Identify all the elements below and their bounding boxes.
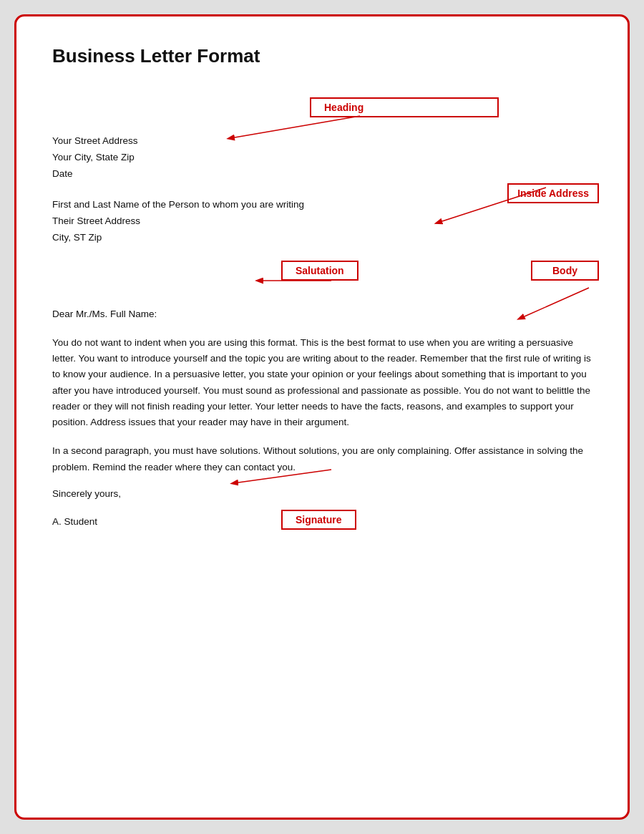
recipient-city-line: City, ST Zip <box>52 230 446 246</box>
page-title: Business Letter Format <box>52 45 592 67</box>
letter-area: Heading Your Street Address Your City, S… <box>52 96 592 527</box>
labels-row: Salutation Body <box>52 259 592 296</box>
street-address-line: Your Street Address <box>52 133 210 150</box>
heading-label: Heading <box>310 97 499 117</box>
heading-address: Your Street Address Your City, State Zip… <box>52 133 210 183</box>
recipient-name-line: First and Last Name of the Person to who… <box>52 197 446 213</box>
heading-label-container: Heading <box>52 96 592 126</box>
date-line: Date <box>52 166 210 183</box>
page-container: Business Letter Format Heading <box>14 14 630 820</box>
salutation-label: Salutation <box>281 261 358 281</box>
signature-label: Signature <box>281 510 356 530</box>
body-label: Body <box>531 261 599 281</box>
inside-address-text: First and Last Name of the Person to who… <box>52 197 446 246</box>
city-state-zip-line: Your City, State Zip <box>52 150 210 166</box>
signature-block: Sincerely yours, Signature A. Student <box>52 488 592 527</box>
closing-text: Sincerely yours, <box>52 488 592 499</box>
inside-address-block: First and Last Name of the Person to who… <box>52 197 592 246</box>
heading-address-block: Your Street Address Your City, State Zip… <box>52 133 592 183</box>
recipient-street-line: Their Street Address <box>52 213 446 230</box>
body-paragraph-2: In a second paragraph, you must have sol… <box>52 443 592 475</box>
body-paragraph-1: You do not want to indent when you are u… <box>52 335 592 431</box>
salutation-text: Dear Mr./Ms. Full Name: <box>52 306 592 322</box>
inside-address-label: Inside Address <box>507 183 599 203</box>
